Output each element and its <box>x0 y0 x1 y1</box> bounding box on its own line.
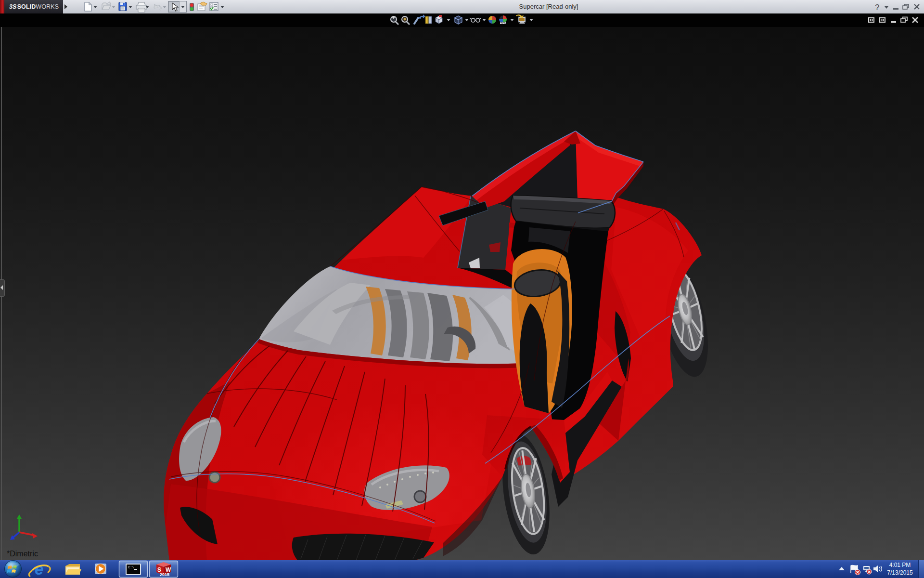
svg-text:C:\: C:\ <box>128 565 134 569</box>
svg-text:e: e <box>35 560 43 578</box>
svg-text:2015: 2015 <box>160 572 169 577</box>
